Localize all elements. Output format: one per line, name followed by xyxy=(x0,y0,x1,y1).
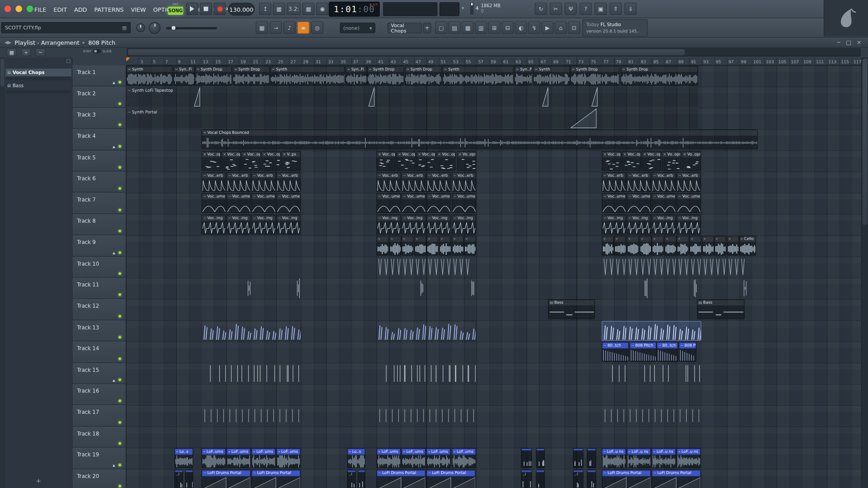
track-header-17[interactable]: ···Track 17 xyxy=(72,405,126,427)
menu-item-edit[interactable]: EDIT xyxy=(53,6,67,13)
track-header-5[interactable]: ···Track 5 xyxy=(72,150,126,172)
track-mute-led[interactable] xyxy=(118,357,121,360)
clip-voc-ing[interactable]: ~Voc..ing xyxy=(676,215,701,235)
clip-vee[interactable] xyxy=(377,257,476,277)
track-mute-led[interactable] xyxy=(118,336,121,338)
clip-voc-ume[interactable]: ~Voc..ume xyxy=(602,193,626,213)
clip-voc-ops[interactable]: ×Voc..ops xyxy=(602,151,621,171)
clip-lof-ums[interactable]: »LoF..ums xyxy=(401,448,426,468)
clip-voc-ume[interactable]: ~Voc..ume xyxy=(202,193,226,213)
clip-voc-ume[interactable]: ~Voc..ume xyxy=(401,193,426,213)
track-header-13[interactable]: ···Track 13 xyxy=(72,320,126,342)
track-header-3[interactable]: ···Track 3 xyxy=(72,108,126,129)
clip-voc-erb[interactable]: ~Voc..erb xyxy=(426,172,451,192)
clip-voc-ing[interactable]: ~Voc..ing xyxy=(276,215,301,235)
pattern-display-panel[interactable] xyxy=(383,2,437,16)
clip-voc-erb[interactable]: ~Voc..erb xyxy=(276,172,301,192)
clip-voc-ing[interactable]: ~Voc..ing xyxy=(377,215,401,235)
clip-synth-drop[interactable]: ≈Synth Drop xyxy=(570,66,619,86)
follow-playback-icon[interactable]: → xyxy=(269,22,282,34)
clip-bass[interactable]: ▤Bass xyxy=(697,299,745,319)
clip-ramp[interactable] xyxy=(591,87,599,107)
clip-lof-ums[interactable]: »LoF..ums xyxy=(226,448,251,468)
clip-midi[interactable] xyxy=(602,321,701,341)
clip-voc-ing[interactable]: ~Voc..ing xyxy=(251,215,276,235)
add-channel-button[interactable]: + xyxy=(423,23,431,33)
link-icon[interactable]: ∞ xyxy=(297,22,310,34)
track-mute-led[interactable] xyxy=(118,187,121,190)
clip-80-tch[interactable]: ~80..tch xyxy=(656,342,678,362)
clip-synth[interactable]: ≈Synth xyxy=(126,66,173,86)
menu-item-view[interactable]: VIEW xyxy=(131,6,146,13)
view-project-icon[interactable]: ⌂ xyxy=(555,22,567,34)
clip-voc-ing[interactable]: ~Voc..ing xyxy=(202,215,226,235)
clip-blip[interactable] xyxy=(743,278,746,298)
view-browser-icon[interactable]: ⊟ xyxy=(501,22,514,34)
clip-synth-portal[interactable]: ~Synth Portal xyxy=(126,108,698,128)
play-button[interactable] xyxy=(186,3,198,15)
clip-ramp[interactable] xyxy=(368,87,375,107)
clip-voc-ops[interactable]: ×Voc..ops xyxy=(396,151,416,171)
view-tempo-tap-icon[interactable]: ◐ xyxy=(515,22,527,34)
clip-adrum[interactable]: » xyxy=(651,236,664,256)
clip-voc-ume[interactable]: ~Voc..ume xyxy=(676,193,701,213)
stop-button[interactable] xyxy=(200,3,212,15)
clip-80-tch[interactable]: ~80..tch xyxy=(602,342,629,362)
clip-lines17[interactable] xyxy=(202,406,301,426)
step-edit-icon[interactable]: ↥ xyxy=(259,3,271,15)
vertical-scrollbar[interactable] xyxy=(861,57,868,488)
tempo-display[interactable]: 130.000 xyxy=(228,3,255,15)
clip-synth-drop[interactable]: ≈Synth Drop xyxy=(232,66,269,86)
view-channel-rack-icon[interactable]: ▤ xyxy=(448,22,461,34)
channel-selector[interactable]: Vocal Chops xyxy=(387,23,422,33)
clip-midi[interactable] xyxy=(377,321,476,341)
clip-lof-ums[interactable]: »LoF..ums xyxy=(426,448,451,468)
clip-voc-ops[interactable]: ×Voc..ops xyxy=(622,151,641,171)
playhead-marker[interactable] xyxy=(126,57,130,61)
clip-adrum[interactable]: » xyxy=(676,236,689,256)
track-header-4[interactable]: ···Track 4▲ xyxy=(72,129,126,150)
clip-voc-erb[interactable]: ~Voc..erb xyxy=(202,172,226,192)
clip-adrum[interactable]: » xyxy=(689,236,701,256)
track-mute-led[interactable] xyxy=(118,166,121,169)
clip-adrum[interactable]: » xyxy=(389,236,401,256)
timeline-ruler[interactable]: 3579111315171921232527293133353739414345… xyxy=(126,57,861,65)
clip-voc-ops[interactable]: ×Voc..ops xyxy=(202,151,221,171)
pat-song-switch[interactable]: PAT SONG xyxy=(168,2,183,15)
track-header-1[interactable]: ···Track 1▲ xyxy=(72,65,126,86)
track-mute-led[interactable] xyxy=(118,81,121,84)
clip-lofi-drums-portal[interactable]: ~LoFi Drums Portal xyxy=(251,470,301,488)
clip--l[interactable]: ..l xyxy=(347,470,356,488)
track-mute-led[interactable] xyxy=(118,208,121,211)
track-mute-led[interactable] xyxy=(118,145,121,147)
snap-grid-icon[interactable]: ▦ xyxy=(256,22,268,34)
clip-hits[interactable] xyxy=(185,470,193,488)
slider-handle[interactable] xyxy=(172,26,176,30)
record-button[interactable] xyxy=(214,3,226,15)
track-mute-led[interactable] xyxy=(118,102,121,105)
track-mute-led[interactable] xyxy=(118,400,121,403)
track-mute-led[interactable] xyxy=(118,379,121,381)
track-header-2[interactable]: ···Track 2 xyxy=(72,86,126,108)
wait-for-input-icon[interactable]: ▦ xyxy=(302,3,315,15)
save-icon[interactable]: ▣ xyxy=(594,3,607,15)
track-mute-led[interactable] xyxy=(118,464,121,466)
clip-voc-erb[interactable]: ~Voc..erb xyxy=(627,172,651,192)
clip-vo-ops[interactable]: ×Vo..ops xyxy=(681,151,701,171)
clip-synth-drop[interactable]: ≈Synth Drop xyxy=(405,66,442,86)
clip-voc-ume[interactable]: ~Voc..ume xyxy=(452,193,476,213)
clip-hits[interactable] xyxy=(521,448,532,468)
track-mute-led[interactable] xyxy=(118,230,121,232)
clip-voc-ing[interactable]: ~Voc..ing xyxy=(452,215,476,235)
track-mute-led[interactable] xyxy=(118,485,121,488)
clip-adrum[interactable]: » xyxy=(714,236,726,256)
clip-voc-ing[interactable]: ~Voc..ing xyxy=(226,215,251,235)
clip-blip[interactable] xyxy=(247,278,250,298)
collapse-icon[interactable] xyxy=(66,59,71,63)
clip-ramp[interactable] xyxy=(194,87,201,107)
time-display[interactable]: 1:01:00 B:S:T xyxy=(329,2,380,17)
clip-voc-erb[interactable]: ~Voc..erb xyxy=(452,172,476,192)
clip-voc-ops[interactable]: ×Voc..ops xyxy=(261,151,281,171)
clip-lof-u-ns[interactable]: »LoF..u ns xyxy=(676,448,701,468)
clip-voc-ume[interactable]: ~Voc..ume xyxy=(251,193,276,213)
